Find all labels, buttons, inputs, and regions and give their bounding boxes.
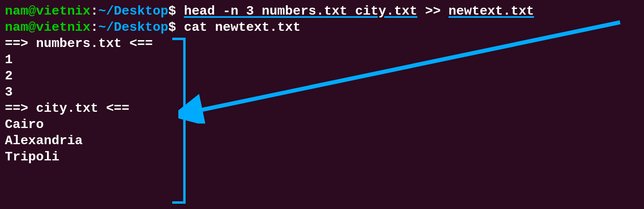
prompt-colon: : (90, 20, 98, 35)
output-header-city: ==> city.txt <== (5, 100, 639, 117)
command-cat: cat newtext.txt (184, 20, 301, 35)
output-city-3: Tripoli (5, 149, 639, 165)
prompt-dollar: $ (168, 20, 176, 35)
command-head: head -n 3 numbers.txt city.txt (184, 4, 417, 19)
prompt-colon: : (90, 4, 98, 19)
prompt-user: nam (5, 4, 28, 19)
prompt-user: nam (5, 20, 28, 35)
output-number-1: 1 (5, 52, 639, 68)
redirect-target: newtext.txt (449, 4, 534, 19)
terminal-line-2[interactable]: nam@vietnix:~/Desktop$ cat newtext.txt (5, 19, 639, 36)
prompt-host: vietnix (36, 4, 90, 19)
output-city-2: Alexandria (5, 133, 639, 149)
command-space (176, 4, 184, 19)
prompt-at: @ (28, 4, 36, 19)
prompt-dollar: $ (168, 4, 176, 19)
command-space4 (176, 20, 184, 35)
prompt-path: ~/Desktop (98, 20, 168, 35)
command-space3 (441, 4, 448, 19)
output-number-2: 2 (5, 68, 639, 84)
command-space2 (417, 4, 425, 19)
redirect-operator: >> (425, 4, 441, 19)
prompt-host: vietnix (36, 20, 90, 35)
terminal-line-1[interactable]: nam@vietnix:~/Desktop$ head -n 3 numbers… (5, 3, 639, 19)
output-city-1: Cairo (5, 117, 639, 133)
output-number-3: 3 (5, 84, 639, 100)
output-header-numbers: ==> numbers.txt <== (5, 36, 639, 52)
prompt-path: ~/Desktop (98, 4, 168, 19)
prompt-at: @ (28, 20, 36, 35)
